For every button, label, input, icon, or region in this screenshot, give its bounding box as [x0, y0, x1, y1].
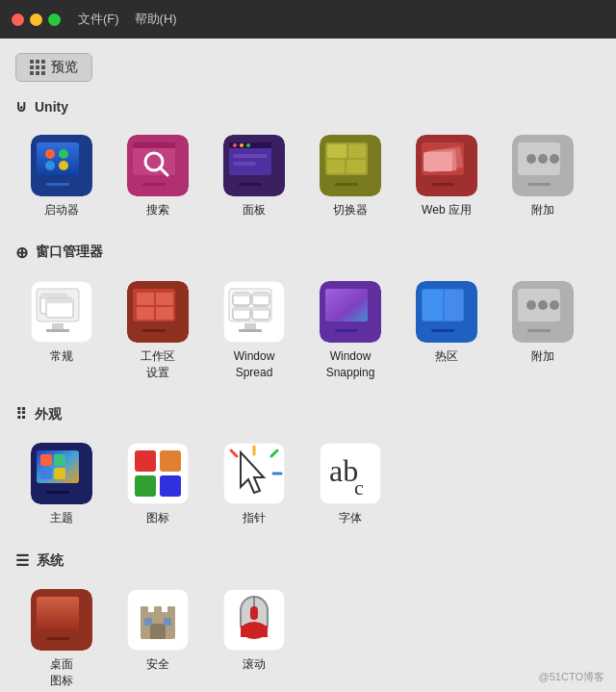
addon-wm-icon	[512, 281, 574, 343]
svg-rect-132	[250, 606, 258, 620]
svg-rect-23	[233, 162, 256, 166]
svg-rect-28	[327, 144, 346, 158]
svg-rect-86	[431, 329, 454, 332]
grid-icon	[30, 60, 45, 75]
svg-rect-33	[335, 183, 358, 186]
svg-point-20	[240, 143, 244, 147]
svg-point-21	[246, 143, 250, 147]
svg-rect-15	[142, 183, 166, 186]
svg-rect-46	[533, 177, 545, 183]
item-desktop[interactable]: 桌面 图标	[15, 579, 108, 692]
svg-rect-96	[40, 454, 52, 466]
section-header-unity: ⊍ Unity	[15, 97, 601, 115]
svg-rect-73	[252, 307, 270, 311]
appearance-icon: ⠿	[15, 405, 27, 423]
svg-rect-74	[244, 323, 256, 329]
svg-rect-97	[54, 454, 65, 466]
svg-rect-120	[46, 637, 69, 640]
item-search[interactable]: 搜索	[112, 125, 204, 226]
item-snapping[interactable]: Window Snapping	[304, 271, 397, 389]
addon-wm-label: 附加	[531, 348, 554, 365]
svg-rect-71	[233, 307, 250, 311]
menu-bar: 文件(F) 帮助(H)	[78, 11, 177, 28]
search-label: 搜索	[146, 202, 169, 218]
section-header-appearance: ⠿ 外观	[15, 405, 601, 423]
system-icon: ☰	[15, 551, 29, 570]
wm-icon: ⊕	[15, 243, 28, 262]
svg-rect-38	[424, 152, 452, 171]
svg-rect-60	[137, 307, 154, 320]
svg-point-89	[526, 300, 536, 310]
preview-label: 预览	[51, 59, 78, 76]
addon-unity-icon	[512, 135, 574, 196]
svg-rect-105	[135, 475, 156, 497]
svg-rect-75	[239, 329, 262, 332]
search-icon	[127, 135, 189, 196]
section-header-system: ☰ 系统	[15, 551, 601, 570]
addon-unity-label: 附加	[531, 202, 554, 218]
svg-point-19	[233, 143, 237, 147]
item-spread[interactable]: Window Spread	[208, 271, 300, 389]
general-icon	[31, 281, 92, 343]
maximize-button[interactable]	[48, 13, 61, 26]
pointer-label: 指针	[243, 510, 266, 526]
item-panel[interactable]: 面板	[208, 125, 300, 226]
svg-rect-127	[144, 618, 152, 626]
item-addon-wm[interactable]: 附加	[497, 271, 589, 389]
svg-rect-59	[156, 293, 173, 305]
svg-rect-32	[341, 177, 352, 183]
svg-rect-4	[46, 183, 69, 186]
item-hotzone[interactable]: 热区	[400, 271, 493, 389]
desktop-label: 桌面 图标	[50, 656, 73, 689]
launcher-label: 启动器	[44, 202, 79, 218]
preview-button[interactable]: 预览	[15, 53, 92, 82]
svg-rect-85	[437, 323, 449, 329]
item-webapp[interactable]: Web 应用	[400, 125, 493, 226]
svg-rect-92	[533, 323, 545, 329]
unity-items-grid: 启动器 搜索	[15, 125, 601, 226]
svg-rect-39	[437, 177, 449, 183]
item-launcher[interactable]: 启动器	[15, 125, 108, 226]
item-addon-unity[interactable]: 附加	[497, 125, 589, 226]
item-security[interactable]: 安全	[112, 579, 204, 692]
svg-rect-98	[40, 468, 52, 479]
svg-rect-124	[154, 606, 162, 618]
svg-rect-78	[325, 289, 368, 321]
item-iconset[interactable]: 图标	[112, 433, 204, 534]
close-button[interactable]	[12, 13, 24, 26]
snapping-label: Window Snapping	[326, 348, 375, 381]
svg-rect-24	[244, 177, 256, 183]
section-appearance: ⠿ 外观	[15, 405, 601, 534]
item-switcher[interactable]: 切换器	[304, 125, 397, 226]
general-label: 常规	[50, 348, 73, 365]
menu-help[interactable]: 帮助(H)	[135, 11, 177, 28]
webapp-icon	[416, 135, 477, 196]
item-general[interactable]: 常规	[15, 271, 108, 389]
svg-rect-3	[52, 177, 64, 183]
svg-rect-104	[160, 450, 181, 472]
svg-rect-103	[135, 450, 156, 472]
svg-rect-40	[431, 183, 454, 186]
svg-rect-29	[348, 144, 366, 158]
font-label: 字体	[339, 510, 362, 526]
svg-rect-84	[445, 290, 463, 320]
panel-label: 面板	[243, 202, 266, 218]
svg-text:c: c	[354, 475, 364, 500]
security-label: 安全	[146, 656, 169, 673]
hotzone-label: 热区	[435, 348, 458, 365]
main-content: 预览 ⊍ Unity	[0, 38, 616, 692]
desktop-icon	[31, 589, 92, 651]
traffic-lights	[12, 13, 61, 26]
item-theme[interactable]: 主题	[15, 433, 108, 534]
menu-file[interactable]: 文件(F)	[78, 11, 119, 28]
item-font[interactable]: ab c 字体	[304, 433, 397, 534]
item-workspace[interactable]: 工作区 设置	[112, 271, 204, 389]
svg-point-44	[538, 154, 548, 164]
svg-rect-25	[239, 183, 262, 186]
svg-rect-22	[233, 154, 268, 158]
item-scroll[interactable]: 滚动	[208, 579, 300, 692]
minimize-button[interactable]	[30, 13, 42, 26]
svg-rect-128	[164, 618, 171, 626]
item-pointer[interactable]: 指针	[208, 433, 300, 534]
svg-rect-118	[37, 597, 79, 629]
